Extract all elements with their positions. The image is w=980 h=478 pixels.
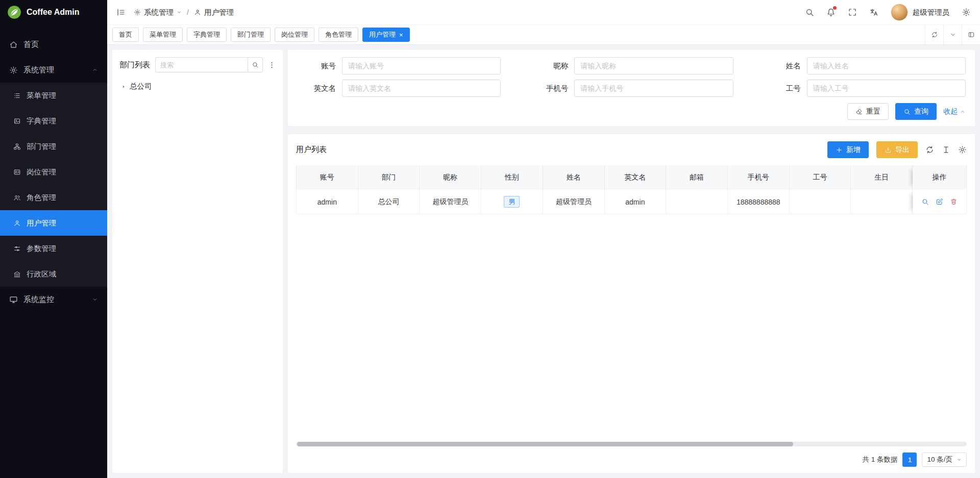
settings-button[interactable]: [962, 8, 971, 17]
sidebar-item-role-management[interactable]: 角色管理: [0, 185, 107, 210]
chevron-up-icon: [92, 67, 98, 73]
delete-user-button[interactable]: [950, 198, 958, 206]
table-density-button[interactable]: [942, 145, 950, 154]
department-more-button[interactable]: [268, 61, 276, 69]
account-input[interactable]: [342, 57, 501, 74]
english-name-input[interactable]: [342, 80, 501, 97]
sidebar-item-system-management[interactable]: 系统管理: [0, 57, 107, 83]
tab-dict-management[interactable]: 字典管理: [187, 28, 227, 42]
app-logo[interactable]: Coffee Admin: [0, 0, 107, 24]
translate-icon: [869, 8, 878, 17]
fullscreen-button[interactable]: [848, 8, 857, 17]
sidebar-item-admin-region[interactable]: 行政区域: [0, 261, 107, 287]
sidebar-item-menu-management[interactable]: 菜单管理: [0, 83, 107, 108]
breadcrumb-user-management[interactable]: 用户管理: [194, 8, 234, 17]
sidebar-item-param-management[interactable]: 参数管理: [0, 236, 107, 261]
table-refresh-button[interactable]: [925, 145, 934, 154]
user-menu[interactable]: 超级管理员: [891, 4, 950, 21]
add-user-button[interactable]: 新增: [827, 141, 869, 158]
breadcrumb-system-management[interactable]: 系统管理: [134, 8, 182, 17]
right-column: 账号 昵称 姓名 英文名: [288, 50, 975, 473]
content-fullscreen-button[interactable]: [962, 25, 980, 44]
page-1-button[interactable]: 1: [902, 452, 917, 467]
department-panel: 部门列表 总公司: [112, 50, 283, 473]
notifications-button[interactable]: [826, 8, 836, 17]
phone-input[interactable]: [574, 80, 733, 97]
sidebar-item-user-management[interactable]: 用户管理: [0, 210, 107, 236]
work-no-input[interactable]: [807, 80, 966, 97]
tab-label: 角色管理: [325, 30, 352, 39]
tab-user-management[interactable]: 用户管理 ×: [362, 28, 410, 42]
fullscreen-icon: [848, 8, 857, 17]
department-search-button[interactable]: [248, 57, 263, 72]
menu-label: 参数管理: [27, 244, 56, 254]
search-icon: [805, 8, 814, 17]
home-icon: [9, 40, 18, 49]
department-search-input[interactable]: [155, 57, 248, 72]
field-label: 英文名: [297, 84, 336, 93]
search-field-name: 姓名: [762, 57, 966, 74]
language-button[interactable]: [869, 8, 878, 17]
tab-dept-management[interactable]: 部门管理: [231, 28, 271, 42]
field-label: 姓名: [762, 61, 801, 71]
export-button[interactable]: 导出: [876, 141, 918, 158]
gear-icon: [958, 145, 967, 154]
tab-refresh-button[interactable]: [925, 25, 943, 44]
sidebar-item-dept-management[interactable]: 部门管理: [0, 134, 107, 159]
breadcrumb-label: 系统管理: [144, 8, 174, 17]
menu-label: 部门管理: [27, 142, 56, 152]
cell-nickname: 超级管理员: [420, 190, 481, 214]
tree-node-head-office[interactable]: 总公司: [119, 79, 276, 94]
query-button[interactable]: 查询: [895, 103, 937, 120]
sidebar-item-home[interactable]: 首页: [0, 32, 107, 57]
tab-role-management[interactable]: 角色管理: [318, 28, 358, 42]
tab-options-button[interactable]: [943, 25, 962, 44]
name-input[interactable]: [807, 57, 966, 74]
sidebar-item-system-monitor[interactable]: 系统监控: [0, 287, 107, 312]
chevron-down-icon: [177, 10, 182, 15]
table-row: admin 总公司 超级管理员 男 超级管理员 admin 1888888888…: [296, 190, 967, 214]
field-label: 昵称: [529, 61, 568, 71]
search-field-phone: 手机号: [529, 80, 733, 97]
tab-label: 用户管理: [369, 30, 396, 39]
collapse-filters-button[interactable]: 收起: [943, 107, 966, 116]
sidebar-item-dict-management[interactable]: 字典管理: [0, 108, 107, 134]
tab-home[interactable]: 首页: [112, 28, 139, 42]
department-panel-title: 部门列表: [119, 60, 150, 70]
department-search-group: [155, 57, 263, 72]
close-icon[interactable]: ×: [399, 32, 403, 38]
tab-label: 菜单管理: [150, 30, 176, 39]
cell-birthday: [851, 190, 913, 214]
tab-menu-management[interactable]: 菜单管理: [143, 28, 183, 42]
column-header-gender: 性别: [481, 165, 543, 190]
id-card-icon: [13, 168, 21, 176]
scrollbar-thumb[interactable]: [297, 442, 793, 446]
bank-icon: [13, 270, 21, 278]
sidebar-collapse-button[interactable]: [116, 8, 126, 17]
more-vertical-icon: [268, 61, 276, 69]
field-label: 工号: [762, 84, 801, 93]
export-icon: [885, 146, 892, 154]
table-header-row: 账号 部门 昵称 性别 姓名 英文名 邮箱 手机号 工号 生日 操作: [296, 165, 967, 190]
avatar: [891, 4, 908, 21]
view-user-button[interactable]: [921, 198, 929, 206]
column-header-email: 邮箱: [666, 165, 728, 190]
sliders-icon: [13, 245, 21, 253]
reset-button[interactable]: 重置: [847, 103, 889, 120]
cell-english-name: admin: [605, 190, 667, 214]
tab-post-management[interactable]: 岗位管理: [275, 28, 314, 42]
page-size-select[interactable]: 10 条/页: [922, 452, 967, 467]
cell-email: [666, 190, 728, 214]
menu-label: 行政区域: [27, 269, 56, 279]
menu-label: 字典管理: [27, 116, 56, 126]
edit-user-button[interactable]: [936, 198, 943, 206]
nickname-input[interactable]: [574, 57, 733, 74]
table-settings-button[interactable]: [958, 145, 967, 154]
caret-right-icon[interactable]: [120, 84, 127, 90]
cell-actions: [913, 190, 967, 214]
breadcrumb-label: 用户管理: [204, 8, 234, 17]
field-label: 账号: [297, 61, 336, 71]
sidebar-item-post-management[interactable]: 岗位管理: [0, 159, 107, 185]
layout-icon: [968, 31, 975, 38]
global-search-button[interactable]: [805, 8, 814, 17]
